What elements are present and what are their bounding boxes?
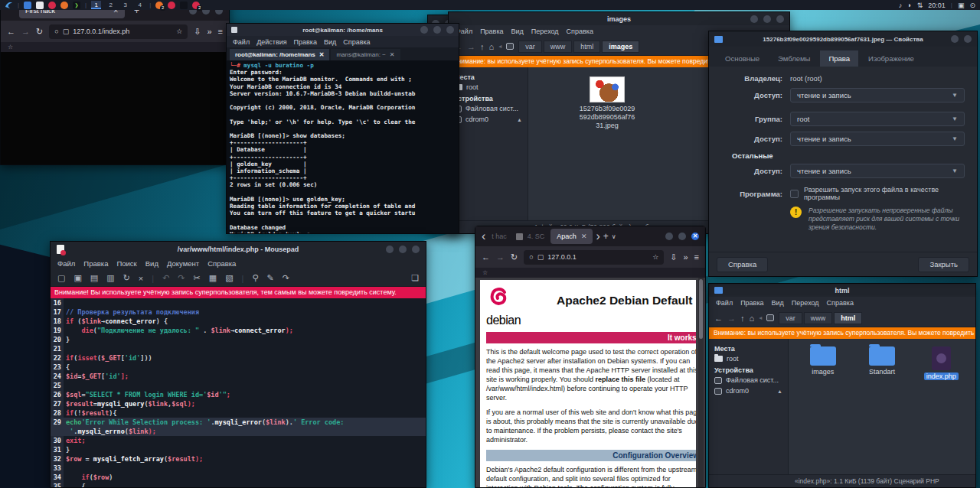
sidebar-item-root[interactable]: root bbox=[709, 353, 788, 364]
menu-item-Правка[interactable]: Правка bbox=[294, 38, 317, 46]
reload-icon[interactable]: ↻ bbox=[511, 252, 518, 262]
tab-apache[interactable]: Apach ✕ bbox=[550, 229, 593, 244]
forward-icon[interactable]: → bbox=[21, 27, 30, 36]
titlebar[interactable]: root@kaliman: /home/mans bbox=[227, 24, 459, 36]
titlebar[interactable]: /var/www/html/index.php - Mousepad bbox=[51, 242, 426, 257]
drive-icon[interactable] bbox=[766, 314, 774, 321]
drive-icon[interactable] bbox=[506, 43, 514, 50]
download-icon[interactable]: ⇩ bbox=[194, 27, 201, 37]
undo-icon[interactable]: ↶ bbox=[162, 273, 169, 283]
breadcrumb-www[interactable]: www bbox=[804, 312, 833, 324]
breadcrumb-var[interactable]: var bbox=[779, 312, 802, 324]
search-icon[interactable]: ⚲ bbox=[252, 273, 258, 283]
url-bar[interactable]: ○ ▢ 127.0.0.1 ☆ bbox=[524, 250, 664, 265]
new-tab-button[interactable]: + bbox=[603, 231, 609, 242]
menu-item-Правка[interactable]: Правка bbox=[83, 259, 108, 268]
close-button[interactable]: Закрыть bbox=[918, 257, 969, 272]
save-as-icon[interactable]: ▥ bbox=[106, 273, 114, 283]
file-images[interactable]: images bbox=[798, 346, 848, 380]
breadcrumb-html[interactable]: html bbox=[834, 312, 862, 324]
menu-item-Правка[interactable]: Правка bbox=[740, 299, 763, 307]
menu-item-Действия[interactable]: Действия bbox=[256, 38, 286, 46]
menu-item-Файл[interactable]: Файл bbox=[233, 38, 250, 46]
menu-item-Переход[interactable]: Переход bbox=[531, 28, 559, 35]
tab-sql-page[interactable]: 4. SC bbox=[513, 229, 548, 244]
bookmark-star-icon[interactable]: ☆ bbox=[176, 28, 182, 35]
eject-icon[interactable]: ▲ bbox=[517, 117, 522, 122]
menu-item-Вид[interactable]: Вид bbox=[511, 28, 524, 35]
download-icon[interactable]: ⇩ bbox=[670, 252, 677, 262]
import-bookmarks-icon[interactable]: ☆ bbox=[8, 44, 13, 50]
forward-icon[interactable]: → bbox=[496, 252, 505, 262]
titlebar[interactable]: images bbox=[449, 12, 789, 25]
terminal-output[interactable]: └─# mysql -u buratino -pEnter password: … bbox=[227, 60, 459, 233]
import-bookmarks-icon[interactable]: ☆ bbox=[482, 269, 488, 276]
file-manager-launcher-icon[interactable] bbox=[24, 2, 31, 9]
overflow-icon[interactable]: » bbox=[207, 27, 211, 36]
volume-icon[interactable]: ♪ bbox=[899, 2, 903, 9]
scrollbar-thumb[interactable] bbox=[699, 279, 703, 339]
file-Standart[interactable]: Standart bbox=[857, 346, 906, 380]
maximize-button[interactable] bbox=[678, 233, 686, 240]
sidebar-item-cdrom[interactable]: cdrom0▲ bbox=[449, 114, 528, 125]
home-icon[interactable]: ⌂ bbox=[489, 42, 495, 51]
reload-icon[interactable]: ↻ bbox=[36, 27, 43, 37]
power-icon[interactable]: ⊙ bbox=[969, 2, 975, 9]
menu-item-Файл[interactable]: Файл bbox=[716, 299, 733, 307]
sidebar-item-root[interactable]: root bbox=[449, 82, 528, 93]
tab-dropdown-icon[interactable]: ∨ bbox=[612, 233, 616, 240]
workspace-3[interactable]: 3 bbox=[120, 1, 130, 9]
close-file-icon[interactable]: × bbox=[139, 274, 143, 283]
up-icon[interactable]: ↑ bbox=[740, 314, 745, 323]
tab-close-icon[interactable]: ✕ bbox=[390, 51, 395, 58]
firefox-window-apache[interactable]: ‹ t hac 4. SC Apach ✕ › + ∨ ✕ ← → ↻ ○ ▢ … bbox=[475, 226, 706, 488]
scrollbar[interactable] bbox=[698, 278, 704, 487]
notifications-icon[interactable]: ◗ bbox=[907, 2, 911, 9]
owner-access-select[interactable]: чтение и запись▼ bbox=[790, 88, 965, 102]
clock[interactable]: 20:01 bbox=[928, 2, 946, 9]
tab-scroll-right-icon[interactable]: › bbox=[596, 229, 599, 243]
firefox-window-first-hack[interactable]: First hack ✕ + ← → ↻ ○ ▢ 127.0.0.1/index… bbox=[0, 0, 230, 165]
titlebar[interactable]: html bbox=[709, 284, 975, 297]
menu-item-Правка[interactable]: Правка bbox=[480, 28, 503, 35]
tab-permissions[interactable]: Права bbox=[820, 50, 858, 67]
workspace-2[interactable]: 2 bbox=[106, 1, 116, 9]
bookmark-star-icon[interactable]: ☆ bbox=[652, 253, 658, 261]
terminal-tab-root[interactable]: root@kaliman: /home/mans✕ bbox=[230, 49, 329, 60]
help-button[interactable]: Справка bbox=[717, 257, 768, 272]
menu-item-Поиск[interactable]: Поиск bbox=[116, 259, 136, 268]
tab-scroll-left-icon[interactable]: ‹ bbox=[482, 229, 485, 243]
taskbar-firefox-icon[interactable]: 2 bbox=[155, 2, 163, 9]
network-icon[interactable]: ⇅ bbox=[917, 2, 923, 9]
sidebar-item-filesystem[interactable]: Файловая сист... bbox=[709, 375, 788, 386]
reload-icon[interactable]: ↻ bbox=[123, 273, 130, 283]
menu-item-Вид[interactable]: Вид bbox=[772, 299, 784, 307]
menu-item-Файл[interactable]: Файл bbox=[57, 259, 75, 268]
new-document-icon[interactable]: ▢ bbox=[57, 273, 65, 283]
forward-icon[interactable]: → bbox=[727, 314, 736, 323]
redo-icon[interactable]: ↷ bbox=[178, 273, 185, 283]
tab-close-icon[interactable]: ✕ bbox=[319, 51, 325, 58]
menu-item-Справка[interactable]: Справка bbox=[827, 299, 854, 307]
go-to-line-icon[interactable]: ↷ bbox=[283, 273, 289, 283]
menu-item-Вид[interactable]: Вид bbox=[324, 38, 336, 46]
workspace-4[interactable]: 4 bbox=[135, 1, 145, 9]
menu-icon[interactable]: ≡ bbox=[694, 252, 699, 262]
shield-icon[interactable]: ○ bbox=[54, 28, 58, 35]
others-access-select[interactable]: чтение и запись▼ bbox=[790, 164, 965, 178]
menu-item-Справка[interactable]: Справка bbox=[567, 28, 593, 35]
menu-item-Справка[interactable]: Справка bbox=[343, 38, 370, 46]
media-launcher-icon[interactable] bbox=[48, 2, 56, 9]
breadcrumb-var[interactable]: var bbox=[518, 41, 542, 53]
file-jpeg-entry[interactable]: 15276b3f09e0029 592db899056af76 31.jpeg bbox=[560, 76, 654, 130]
forward-icon[interactable]: → bbox=[467, 42, 475, 51]
sidebar-item-filesystem[interactable]: Файловая сист... bbox=[449, 103, 528, 114]
tab-image[interactable]: Изображение bbox=[860, 50, 923, 67]
terminal-launcher-icon[interactable]: ❯ bbox=[73, 2, 80, 9]
group-access-select[interactable]: чтение и запись▼ bbox=[790, 132, 965, 146]
tab-emblems[interactable]: Эмблемы bbox=[769, 50, 818, 67]
file-manager-html-window[interactable]: html ФайлПравкаВидПереходСправка ← → ↑ ⌂… bbox=[708, 283, 976, 488]
minimize-button[interactable] bbox=[665, 233, 673, 240]
back-icon[interactable]: ← bbox=[714, 314, 723, 323]
back-icon[interactable]: ← bbox=[482, 252, 490, 262]
